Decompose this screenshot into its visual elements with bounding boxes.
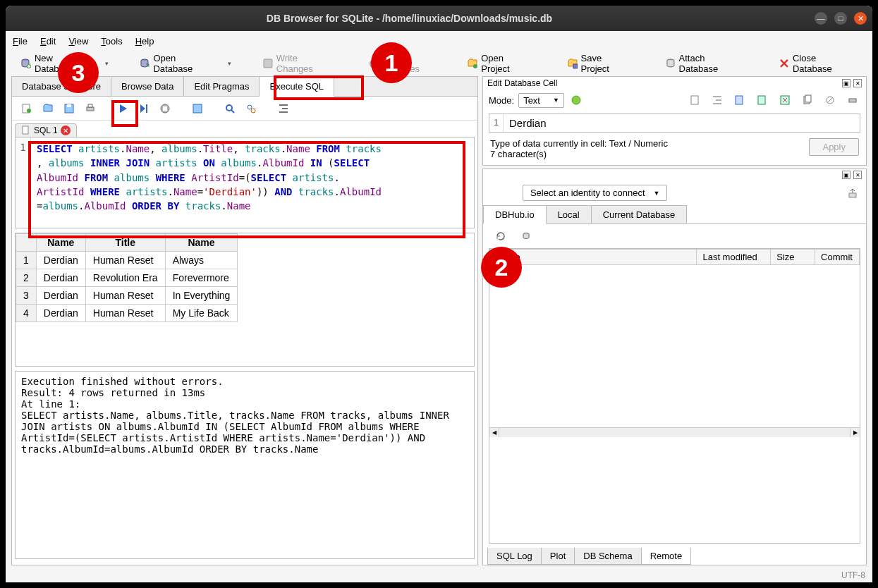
stop-sql-icon[interactable] [157,101,173,116]
menu-file[interactable]: File [13,36,28,47]
chevron-down-icon: ▼ [654,190,660,197]
menu-view[interactable]: View [68,36,88,47]
new-db-label: New Database [35,53,94,74]
tab-dbhub[interactable]: DBHub.io [483,205,547,224]
new-db-icon [20,58,32,69]
horizontal-scrollbar[interactable]: ◀ ▶ [489,427,860,437]
result-header[interactable]: Name [165,234,238,252]
save-project-button[interactable]: Save Project [562,50,638,77]
svg-rect-3 [264,59,272,68]
write-changes-label: Write Changes [276,53,336,74]
results-table[interactable]: NameTitleName 1DerdianHuman ResetAlways2… [15,233,475,367]
tab-browse-data[interactable]: Browse Data [111,77,184,96]
identity-select[interactable]: Select an identity to connect ▼ [523,185,668,201]
panel-close-icon[interactable]: ✕ [853,79,862,87]
maximize-button[interactable]: □ [834,12,847,25]
tab-local[interactable]: Local [546,205,592,223]
mode-label: Mode: [489,95,514,106]
print-sql-icon[interactable] [83,101,98,116]
bottom-tabs: SQL Log Plot DB Schema Remote [483,548,866,565]
col-modified[interactable]: Last modified [697,250,771,265]
write-changes-button[interactable]: Write Changes [257,50,341,77]
sql-toolbar [12,97,477,121]
sql-file-tab[interactable]: SQL 1 ✕ [15,123,77,137]
svg-point-19 [251,109,255,113]
result-header[interactable]: Title [85,234,165,252]
scroll-left-icon[interactable]: ◀ [489,428,499,437]
replace-icon[interactable] [243,101,259,116]
sql-code[interactable]: SELECT artists.Name, albums.Title, track… [31,137,474,228]
open-project-label: Open Project [481,53,534,74]
panel-undock-icon[interactable]: ▣ [842,79,850,87]
window-title: DB Browser for SQLite - /home/linuxiac/D… [11,13,807,24]
tab-db-structure[interactable]: Database Structure [12,77,111,96]
close-database-button[interactable]: Close Database [774,50,862,77]
indent-icon2[interactable] [709,92,725,108]
output-log[interactable]: Execution finished without errors. Resul… [15,371,475,559]
menu-help[interactable]: Help [135,36,154,47]
tab-current-db[interactable]: Current Database [591,205,688,223]
table-row[interactable]: 4DerdianHuman ResetMy Life Back [16,305,238,322]
run-line-icon[interactable] [136,101,152,116]
autoformat-icon[interactable] [568,92,584,108]
remote-panel: ▣ ✕ Identity Select an identity to conne… [482,169,867,565]
sql-editor[interactable]: 1 SELECT artists.Name, albums.Title, tra… [15,137,475,228]
new-database-button[interactable]: New Database [16,50,99,77]
cell-value[interactable]: Derdian [504,114,860,132]
menu-tools[interactable]: Tools [101,36,122,47]
upload-icon[interactable] [845,185,860,201]
menu-edit[interactable]: Edit [40,36,56,47]
attach-database-button[interactable]: Attach Database [660,50,752,77]
table-row[interactable]: 3DerdianHuman ResetIn Everything [16,287,238,305]
revert-changes-button[interactable]: Revert Changes [364,50,453,77]
scroll-right-icon[interactable]: ▶ [850,428,860,437]
print-icon2[interactable] [845,92,860,108]
open-database-button[interactable]: Open Database [135,50,222,77]
open-sql-icon[interactable] [40,101,56,116]
close-button[interactable]: ✕ [854,12,867,25]
find-icon[interactable] [222,101,238,116]
svg-rect-16 [193,104,202,113]
run-sql-icon[interactable] [115,101,130,116]
panel-close-icon[interactable]: ✕ [853,171,862,179]
cell-text-editor[interactable]: 1 Derdian [489,114,860,133]
btab-plot[interactable]: Plot [541,548,575,565]
refresh-icon[interactable] [493,228,508,244]
save-result-icon[interactable] [190,101,205,116]
tab-execute-sql[interactable]: Execute SQL [260,77,334,97]
btab-sql-log[interactable]: SQL Log [487,548,542,565]
import-icon[interactable] [732,92,748,108]
apply-button[interactable]: Apply [809,138,859,156]
doc-icon[interactable] [687,92,702,108]
svg-rect-12 [88,104,92,107]
result-header[interactable]: Name [36,234,85,252]
minimize-button[interactable]: — [815,12,827,25]
svg-rect-22 [691,96,698,104]
table-row[interactable]: 2DerdianRevolution EraForevermore [16,269,238,287]
new-db-dropdown[interactable]: ▾ [105,60,112,67]
btab-remote[interactable]: Remote [641,548,692,565]
panel-undock-icon[interactable]: ▣ [842,171,850,179]
col-name[interactable]: Name [490,250,697,265]
clear-icon[interactable] [777,92,793,108]
cell-lineno: 1 [489,114,504,132]
col-size[interactable]: Size [771,250,815,265]
tab-edit-pragmas[interactable]: Edit Pragmas [184,77,260,96]
menubar: File Edit View Tools Help [6,31,872,51]
indent-icon[interactable] [276,101,291,116]
new-query-icon[interactable] [19,101,35,116]
copy-icon[interactable] [800,92,815,108]
clone-icon[interactable] [518,228,534,244]
btab-schema[interactable]: DB Schema [574,548,641,565]
null-icon[interactable] [822,92,838,108]
mode-select[interactable]: Text ▼ [518,93,564,108]
col-commit[interactable]: Commit [815,250,860,265]
close-tab-icon[interactable]: ✕ [61,125,71,135]
open-db-dropdown[interactable]: ▾ [228,60,235,67]
export-icon[interactable] [755,92,770,108]
save-sql-icon[interactable] [61,101,77,116]
table-row[interactable]: 1DerdianHuman ResetAlways [16,252,238,269]
remote-table[interactable]: Name Last modified Size Commit ◀ ▶ [489,248,860,544]
svg-rect-30 [849,193,856,197]
open-project-button[interactable]: Open Project [462,50,539,77]
